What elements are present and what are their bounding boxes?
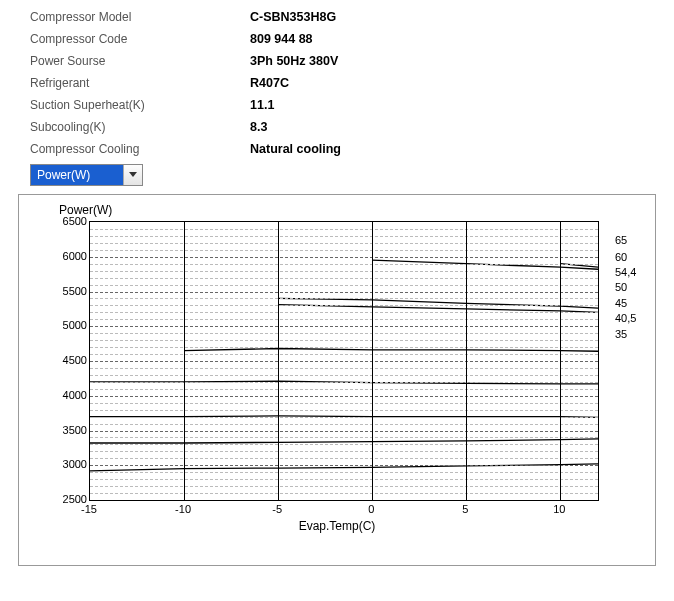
spec-row: Subcooling(K)8.3	[30, 120, 674, 134]
y-tick: 3000	[47, 458, 87, 470]
spec-label: Compressor Cooling	[30, 142, 250, 156]
spec-row: Compressor CoolingNatural cooling	[30, 142, 674, 156]
legend-label: 35	[615, 328, 627, 340]
y-tick: 6000	[47, 250, 87, 262]
spec-value: 3Ph 50Hz 380V	[250, 54, 338, 68]
legend-label: 50	[615, 281, 627, 293]
x-tick: 5	[462, 503, 468, 515]
x-tick: -10	[175, 503, 191, 515]
x-tick: -15	[81, 503, 97, 515]
spec-row: Suction Superheat(K)11.1	[30, 98, 674, 112]
spec-row: RefrigerantR407C	[30, 76, 674, 90]
chevron-down-icon[interactable]	[123, 165, 142, 185]
y-tick: 4000	[47, 389, 87, 401]
y-tick: 5500	[47, 285, 87, 297]
legend-label: 60	[615, 251, 627, 263]
legend-label: 54,4	[615, 266, 636, 278]
series-line	[372, 260, 598, 269]
chart-type-dropdown[interactable]: Power(W)	[30, 164, 143, 186]
legend-label: 65	[615, 234, 627, 246]
spec-label: Subcooling(K)	[30, 120, 250, 134]
spec-label: Power Sourse	[30, 54, 250, 68]
x-axis-label: Evap.Temp(C)	[299, 519, 376, 533]
series-line	[278, 298, 598, 308]
spec-label: Refrigerant	[30, 76, 250, 90]
series-line	[90, 439, 598, 443]
spec-value: 8.3	[250, 120, 267, 134]
legend-label: 45	[615, 297, 627, 309]
spec-value: 809 944 88	[250, 32, 313, 46]
spec-label: Suction Superheat(K)	[30, 98, 250, 112]
spec-row: Compressor ModelC-SBN353H8G	[30, 10, 674, 24]
plot-area	[89, 221, 599, 501]
spec-label: Compressor Code	[30, 32, 250, 46]
spec-row: Compressor Code809 944 88	[30, 32, 674, 46]
legend-label: 40,5	[615, 312, 636, 324]
svg-marker-0	[129, 172, 137, 177]
series-line	[184, 348, 598, 351]
spec-value: C-SBN353H8G	[250, 10, 336, 24]
x-tick: 0	[368, 503, 374, 515]
spec-table: Compressor ModelC-SBN353H8GCompressor Co…	[0, 0, 674, 156]
spec-value: 11.1	[250, 98, 274, 112]
x-tick: -5	[272, 503, 282, 515]
spec-value: Natural cooling	[250, 142, 341, 156]
y-tick: 4500	[47, 354, 87, 366]
spec-label: Compressor Model	[30, 10, 250, 24]
y-tick: 6500	[47, 215, 87, 227]
x-tick: 10	[553, 503, 565, 515]
y-tick: 3500	[47, 424, 87, 436]
chart-container: Power(W) Evap.Temp(C) 250030003500400045…	[18, 194, 656, 566]
spec-row: Power Sourse3Ph 50Hz 380V	[30, 54, 674, 68]
spec-value: R407C	[250, 76, 289, 90]
dropdown-selected: Power(W)	[31, 165, 123, 185]
y-tick: 5000	[47, 319, 87, 331]
